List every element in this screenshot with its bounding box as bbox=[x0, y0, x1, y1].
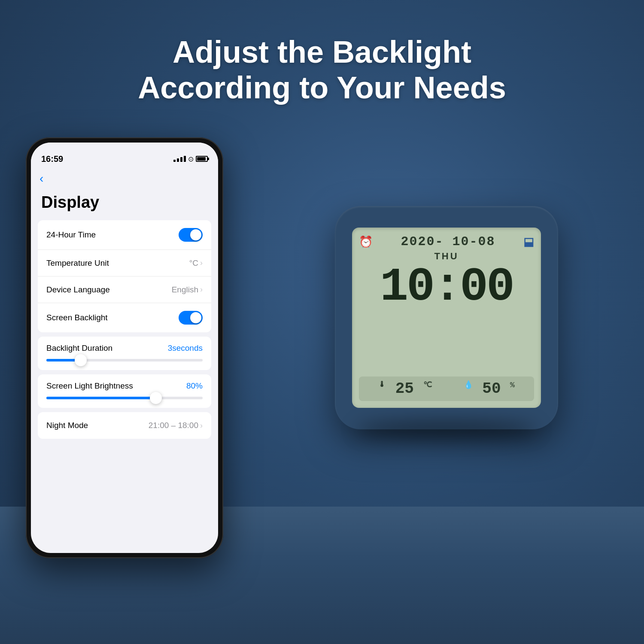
clock-shadow bbox=[356, 421, 537, 438]
night-mode-value: 21:00 – 18:00 › bbox=[149, 421, 203, 430]
temp-unit-value: °C › bbox=[189, 258, 203, 268]
clock-screen: ⏰ 2020- 10-08 ⬓ THU 10:00 🌡 25 ℃ 💧 50 % bbox=[352, 228, 541, 408]
device-language-value: English › bbox=[172, 285, 203, 295]
clock-time: 10:00 bbox=[359, 264, 534, 311]
clock-wrapper: ⏰ 2020- 10-08 ⬓ THU 10:00 🌡 25 ℃ 💧 50 % bbox=[335, 206, 592, 447]
temp-unit-label: Temperature Unit bbox=[46, 258, 109, 268]
headline-line2: According to Your Needs bbox=[0, 70, 644, 106]
screen-brightness-value: 80% bbox=[186, 381, 203, 391]
backlight-duration-track[interactable] bbox=[46, 359, 203, 361]
screen-brightness-thumb[interactable] bbox=[150, 392, 162, 404]
clock-humidity: 💧 50 % bbox=[464, 380, 515, 398]
phone: 16:59 ⊙ bbox=[26, 137, 223, 558]
phone-outer: 16:59 ⊙ bbox=[26, 137, 223, 558]
screen-brightness-label: Screen Light Brightness bbox=[46, 381, 133, 391]
setting-device-language[interactable]: Device Language English › bbox=[38, 276, 211, 303]
display-header: Display bbox=[31, 190, 218, 220]
settings-group-2: Night Mode 21:00 – 18:00 › bbox=[38, 412, 211, 439]
setting-night-mode[interactable]: Night Mode 21:00 – 18:00 › bbox=[38, 412, 211, 439]
night-mode-chevron: › bbox=[200, 421, 203, 430]
backlight-duration-section: Backlight Duration 3seconds bbox=[38, 337, 211, 370]
setting-24hour: 24-Hour Time bbox=[38, 220, 211, 250]
device-language-chevron: › bbox=[200, 285, 203, 294]
display-title: Display bbox=[41, 193, 208, 212]
status-bar: 16:59 ⊙ bbox=[31, 143, 218, 167]
signal-icon bbox=[173, 156, 186, 162]
screen-brightness-fill bbox=[46, 397, 156, 399]
clock-temperature: 🌡 25 ℃ bbox=[378, 380, 431, 398]
alarm-icon: ⏰ bbox=[359, 235, 373, 249]
headline-line1: Adjust the Backlight bbox=[0, 34, 644, 70]
humidity-unit-display: % bbox=[510, 381, 515, 389]
clock-date: 2020- 10-08 bbox=[401, 234, 495, 249]
backlight-duration-value: 3seconds bbox=[168, 343, 203, 353]
settings-list: 24-Hour Time Temperature Unit °C › bbox=[31, 220, 218, 439]
setting-screen-backlight: Screen Backlight bbox=[38, 303, 211, 332]
24hour-label: 24-Hour Time bbox=[46, 230, 96, 240]
wifi-icon: ⊙ bbox=[188, 155, 194, 163]
night-mode-label: Night Mode bbox=[46, 421, 88, 430]
clock-stats: 🌡 25 ℃ 💧 50 % bbox=[359, 377, 534, 401]
status-time: 16:59 bbox=[41, 154, 63, 164]
temp-unit-chevron: › bbox=[200, 258, 203, 267]
bluetooth-icon: ⬓ bbox=[523, 235, 534, 249]
screen-backlight-toggle[interactable] bbox=[179, 311, 203, 325]
settings-group-1: 24-Hour Time Temperature Unit °C › bbox=[38, 220, 211, 332]
screen-brightness-section: Screen Light Brightness 80% bbox=[38, 374, 211, 408]
device-language-label: Device Language bbox=[46, 285, 110, 295]
screen-backlight-label: Screen Backlight bbox=[46, 313, 108, 322]
24hour-toggle[interactable] bbox=[179, 228, 203, 242]
clock-top: ⏰ 2020- 10-08 ⬓ bbox=[359, 234, 534, 249]
backlight-duration-label: Backlight Duration bbox=[46, 343, 112, 353]
status-icons: ⊙ bbox=[173, 155, 208, 163]
backlight-duration-thumb[interactable] bbox=[75, 354, 87, 366]
clock-body: ⏰ 2020- 10-08 ⬓ THU 10:00 🌡 25 ℃ 💧 50 % bbox=[335, 206, 558, 429]
temp-unit-display: ℃ bbox=[423, 381, 432, 389]
back-button[interactable]: ‹ bbox=[39, 172, 43, 185]
headline: Adjust the Backlight According to Your N… bbox=[0, 34, 644, 106]
battery-icon bbox=[196, 156, 208, 162]
nav-bar: ‹ bbox=[31, 167, 218, 190]
setting-temp-unit[interactable]: Temperature Unit °C › bbox=[38, 250, 211, 276]
phone-screen: 16:59 ⊙ bbox=[31, 143, 218, 553]
screen-brightness-track[interactable] bbox=[46, 397, 203, 399]
